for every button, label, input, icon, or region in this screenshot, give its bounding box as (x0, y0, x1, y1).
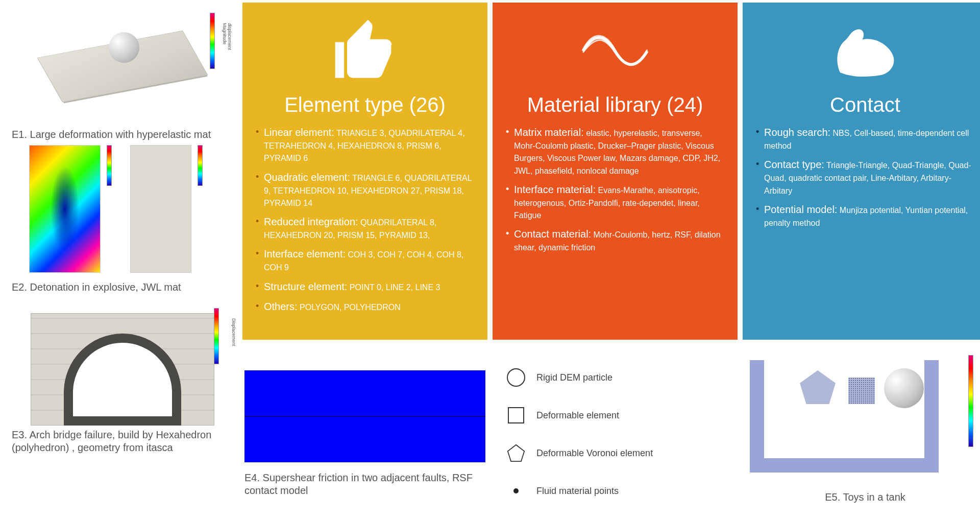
tile-contact: Contact Rough search: NBS, Cell-based, t… (743, 3, 980, 340)
legend-row-dot: Fluid material points (505, 480, 736, 502)
e2-colorbar-right (197, 145, 216, 186)
shape-legend: Rigid DEM particle Deformable element De… (493, 345, 738, 519)
tile-element-type: Element type (26) Linear element: TRIANG… (242, 3, 487, 340)
e5-square-toy (848, 378, 875, 404)
e5-sphere-toy (884, 368, 924, 408)
e3-arch (31, 313, 214, 426)
e5-caption: E5. Toys in a tank (745, 491, 980, 504)
e3-colorbar: Displacement (213, 308, 235, 364)
contact-item-potential: Potential model: Munjiza potential, Yunt… (756, 203, 974, 229)
e2-scene (12, 145, 233, 278)
e2-grey-plot (130, 145, 191, 273)
legend-label: Deformable Voronoi element (536, 448, 653, 459)
wave-icon (506, 13, 724, 89)
e1-colorbar-title: displacement Magnitude (222, 23, 232, 69)
e3-scene: Displacement (12, 298, 233, 426)
tile-material-title: Material library (24) (506, 93, 724, 116)
e5-tank (750, 360, 939, 473)
circle-icon (505, 366, 527, 389)
e2-color-plot (29, 145, 101, 273)
e3-colorbar-title: Displacement (231, 318, 236, 346)
element-item-quadratic: Quadratic element: TRIANGLE 6, QUADRILAT… (256, 171, 474, 209)
e2-colorbar-left (106, 145, 125, 186)
element-item-others: Others: POLYGON, POLYHEDRON (256, 300, 474, 314)
svg-marker-0 (508, 445, 524, 461)
example-e4: E4. Supershear friction in two adjacent … (242, 345, 487, 519)
e3-caption: E3. Arch bridge failure, build by Hexahe… (12, 429, 233, 454)
legend-label: Rigid DEM particle (536, 372, 612, 383)
bicep-icon (756, 13, 974, 89)
material-item-interface: Interface material: Evans-Marathe, aniso… (506, 183, 724, 222)
example-e5: velocity Magnitude E5. Toys in a tank (743, 345, 980, 519)
legend-row-circle: Rigid DEM particle (505, 366, 736, 389)
e4-caption: E4. Supershear friction in two adjacent … (244, 471, 485, 497)
contact-item-type: Contact type: Triangle-Triangle, Quad-Tr… (756, 158, 974, 197)
legend-label: Fluid material points (536, 486, 619, 497)
e5-scene: velocity Magnitude (745, 355, 980, 488)
tile-element-title: Element type (26) (256, 93, 474, 116)
element-item-linear: Linear element: TRIANGLE 3, QUADRILATERA… (256, 126, 474, 164)
thumbs-up-icon (256, 13, 474, 89)
e5-colorbar: velocity Magnitude (967, 355, 980, 447)
tile-material-library: Material library (24) Matrix material: e… (493, 3, 738, 340)
material-item-matrix: Matrix material: elastic, hyperelastic, … (506, 126, 724, 177)
e2-caption: E2. Detonation in explosive, JWL mat (12, 281, 233, 294)
legend-label: Deformable element (536, 410, 619, 421)
dot-icon (505, 480, 527, 502)
element-item-reduced: Reduced integration: QUADRILATERAL 8, HE… (256, 215, 474, 241)
example-e3: Displacement E3. Arch bridge failure, bu… (12, 298, 233, 454)
pentagon-icon (505, 442, 527, 464)
contact-item-rough: Rough search: NBS, Cell-based, time-depe… (756, 126, 974, 152)
tile-element-list: Linear element: TRIANGLE 3, QUADRILATERA… (256, 126, 474, 320)
e1-scene: displacement Magnitude (12, 8, 233, 125)
e1-colorbar: displacement Magnitude (209, 13, 231, 69)
legend-row-square: Deformable element (505, 404, 736, 427)
e1-sphere (109, 32, 139, 63)
example-e2: E2. Detonation in explosive, JWL mat (12, 145, 233, 294)
square-icon (505, 404, 527, 427)
example-e1: displacement Magnitude E1. Large deforma… (12, 8, 233, 141)
element-item-interface: Interface element: COH 3, COH 7, COH 4, … (256, 247, 474, 273)
e5-pentagon-toy (800, 370, 836, 404)
tile-contact-title: Contact (756, 93, 974, 116)
legend-row-pentagon: Deformable Voronoi element (505, 442, 736, 464)
e4-plot (244, 370, 485, 462)
tile-contact-list: Rough search: NBS, Cell-based, time-depe… (756, 126, 974, 235)
element-item-structure: Structure element: POINT 0, LINE 2, LINE… (256, 280, 474, 294)
e1-caption: E1. Large deformation with hyperelastic … (12, 128, 233, 141)
examples-left-column: displacement Magnitude E1. Large deforma… (3, 3, 237, 519)
material-item-contact: Contact material: Mohr-Coulomb, hertz, R… (506, 227, 724, 253)
tile-material-list: Matrix material: elastic, hyperelastic, … (506, 126, 724, 260)
